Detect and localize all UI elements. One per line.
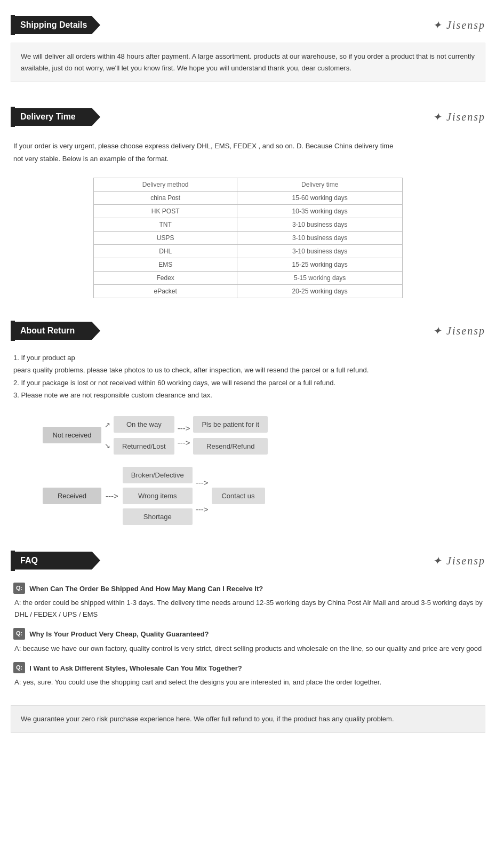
flow-patient: Pls be patient for it [193,416,268,433]
flow-broken: Broken/Defective [123,467,193,483]
faq-a-2: A: because we have our own factory, qual… [13,643,483,655]
shipping-title: Shipping Details [15,16,100,34]
flow-arrow-mid: ---> [106,491,118,500]
faq-a-3: A: yes, sure. You could use the shopping… [13,676,483,688]
arrow-right-1: ---> [178,424,190,433]
flow-received: Received [43,488,101,504]
brand-logo-faq: ✦ Jisensp [433,554,485,567]
table-header-time: Delivery time [237,178,403,191]
table-row: ePacket20-25 working days [94,284,403,298]
flow-returned-lost: Returned/Lost [114,438,174,455]
flow-not-received: Not received [43,427,101,443]
faq-title-bar: FAQ [11,551,100,571]
table-row: china Post15-60 working days [94,191,403,204]
arrow-up: ↗ [105,421,110,429]
faq-q-icon: Q: [13,662,25,674]
flow-arrows-right2: ---> ---> [196,469,209,522]
faq-a-1: A: the order could be shipped within 1-3… [13,597,483,620]
flow-wrong-items: Wrong items [123,488,193,504]
faq-q-2: Q:Why Is Your Product Very Cheap, Qualit… [13,628,483,640]
flow-resend-refund: Resend/Refund [193,438,268,455]
flow-results1: Pls be patient for it Resend/Refund [193,416,268,455]
return-title: About Return [15,322,100,340]
table-row: Fedex5-15 working days [94,271,403,284]
faq-q-1: Q:When Can The Order Be Shipped And How … [13,583,483,595]
flow-contact-us: Contact us [212,488,265,504]
table-header-method: Delivery method [94,178,237,191]
flow-received-col: Received [43,488,101,504]
faq-q-icon: Q: [13,628,25,640]
arrow-contact-1: ---> [196,478,209,487]
delivery-table: Delivery method Delivery time china Post… [93,178,403,298]
delivery-header: Delivery Time ✦ Jisensp [11,107,485,127]
brand-logo-delivery: ✦ Jisensp [433,110,485,123]
flow-mid1: On the way Returned/Lost [114,416,174,455]
table-row: EMS15-25 working days [94,258,403,271]
faq-header: FAQ ✦ Jisensp [11,551,485,571]
faq-q-icon: Q: [13,583,25,594]
shipping-content: We will deliver all orders within 48 hou… [11,43,485,82]
arrow-down: ↘ [105,442,110,450]
brand-logo-return: ✦ Jisensp [433,324,485,337]
flow-contact-col: Contact us [212,488,265,504]
table-row: TNT3-10 business days [94,218,403,231]
flow-group2: Received ---> Broken/Defective Wrong ite… [43,467,485,525]
table-row: DHL3-10 business days [94,244,403,258]
faq-q-text: Why Is Your Product Very Cheap, Quality … [29,628,209,640]
flow-branch-arrows1: ↗ ↘ [105,415,110,456]
delivery-title: Delivery Time [15,108,100,126]
shipping-text: We will deliver all orders within 48 hou… [21,52,475,72]
guarantee-text: We guarantee your zero risk purchase exp… [21,715,394,723]
shipping-header: Shipping Details ✦ Jisensp [11,15,485,35]
brand-logo-shipping: ✦ Jisensp [433,19,485,31]
page-wrapper: Shipping Details ✦ Jisensp We will deliv… [0,0,496,738]
arrow-contact-2: ---> [196,505,209,514]
delivery-title-bar: Delivery Time [11,107,100,127]
return-header: About Return ✦ Jisensp [11,321,485,341]
flow-not-received-col: Not received [43,427,101,443]
flow-shortage: Shortage [123,508,193,525]
faq-title: FAQ [15,552,100,570]
faq-q-text: When Can The Order Be Shipped And How Ma… [29,583,263,595]
return-point-3: 3. Please note we are not responsible cu… [13,389,483,401]
faq-q-3: Q:I Want to Ask Different Styles, Wholes… [13,662,483,674]
flow-on-the-way: On the way [114,416,174,433]
flow-right-arrows1: ---> ---> [178,424,190,447]
arrow-right-2: ---> [178,438,190,447]
return-title-bar: About Return [11,321,100,341]
faq-items: Q:When Can The Order Be Shipped And How … [11,578,485,700]
return-points: 1. If your product appears quality probl… [11,348,485,405]
guarantee-block: We guarantee your zero risk purchase exp… [11,705,485,733]
faq-q-text: I Want to Ask Different Styles, Wholesal… [29,662,242,674]
delivery-intro: If your order is very urgent, please cho… [11,134,485,170]
flow-mid2: Broken/Defective Wrong items Shortage [123,467,193,525]
table-row: HK POST10-35 working days [94,204,403,218]
flow-group1: Not received ↗ ↘ On the way Returned/Los… [43,415,485,456]
table-row: USPS3-10 business days [94,231,403,244]
shipping-title-bar: Shipping Details [11,15,100,35]
return-point-2: 2. If your package is lost or not receiv… [13,377,483,389]
return-point-1: 1. If your product appears quality probl… [13,352,483,377]
